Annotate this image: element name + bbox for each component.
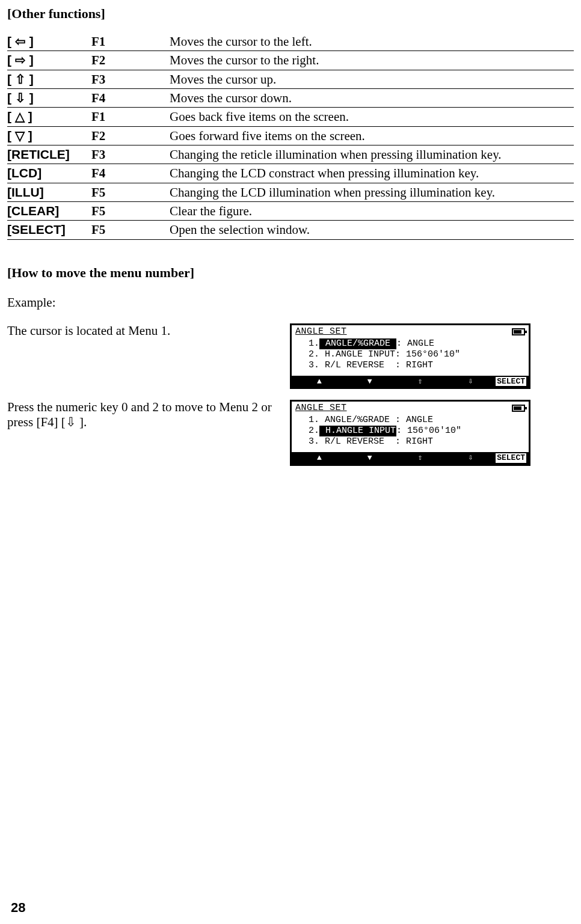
lcd-row-value: : ANGLE: [395, 415, 433, 426]
func-desc: Moves the cursor to the right.: [170, 51, 574, 70]
func-label: [ ⇨ ]: [7, 51, 91, 70]
lcd-row-label: ANGLE/%GRADE: [319, 415, 395, 426]
table-row: [ ⇩ ]F4Moves the cursor down.: [7, 89, 574, 108]
softkey-cursor-down-icon: [445, 377, 496, 387]
func-key: F3: [91, 70, 170, 88]
table-row: [LCD]F4Changing the LCD constract when p…: [7, 164, 574, 183]
lcd-row-label: H.ANGLE INPUT: [319, 349, 395, 360]
lcd-row-num: 1.: [298, 338, 319, 349]
lcd-row-label: H.ANGLE INPUT: [319, 426, 396, 436]
lcd-title: ANGLE SET: [295, 326, 347, 337]
page-number: 28: [11, 900, 25, 916]
table-row: [ ⇧ ]F3Moves the cursor up.: [7, 70, 574, 88]
table-row: [SELECT]F5Open the selection window.: [7, 221, 574, 239]
lcd-row-num: 3.: [298, 360, 319, 371]
func-label: [ △ ]: [7, 108, 91, 126]
func-key: F5: [91, 183, 170, 201]
func-desc: Changing the LCD constract when pressing…: [170, 164, 574, 183]
func-label: [SELECT]: [7, 221, 91, 239]
func-desc: Clear the figure.: [170, 202, 574, 221]
func-desc: Moves the cursor down.: [170, 89, 574, 108]
lcd-screen-2: ANGLE SET 1. ANGLE/%GRADE : ANGLE 2. H.A…: [290, 400, 530, 466]
lcd-screen-1: ANGLE SET 1. ANGLE/%GRADE : ANGLE 2. H.A…: [290, 323, 530, 390]
func-label: [ ⇦ ]: [7, 32, 91, 51]
table-row: [ ⇨ ]F2Moves the cursor to the right.: [7, 51, 574, 70]
func-key: F2: [91, 51, 170, 70]
func-label: [LCD]: [7, 164, 91, 183]
table-row: [ ⇦ ]F1Moves the cursor to the left.: [7, 32, 574, 51]
section-move-menu-heading: [How to move the menu number]: [7, 265, 574, 281]
lcd-row-num: 3.: [298, 436, 319, 447]
func-key: F3: [91, 145, 170, 164]
func-label: [ ▽ ]: [7, 126, 91, 145]
lcd-row-label: ANGLE/%GRADE: [319, 338, 396, 349]
func-label: [ILLU]: [7, 183, 91, 201]
func-key: F4: [91, 164, 170, 183]
func-key: F5: [91, 202, 170, 221]
func-label: [ ⇧ ]: [7, 70, 91, 88]
table-row: [RETICLE]F3Changing the reticle illumina…: [7, 145, 574, 164]
func-desc: Changing the reticle illumination when p…: [170, 145, 574, 164]
battery-icon: [512, 405, 525, 412]
softkey-cursor-up-icon: [395, 377, 446, 387]
lcd-row-value: : RIGHT: [395, 360, 433, 371]
func-desc: Open the selection window.: [170, 221, 574, 239]
lcd-menu-row: 2. H.ANGLE INPUT: 156°06'10": [298, 349, 523, 360]
lcd-menu-row: 1. ANGLE/%GRADE : ANGLE: [298, 338, 523, 349]
lcd-row-value: : ANGLE: [396, 338, 434, 349]
table-row: [ ▽ ]F2Goes forward five items on the sc…: [7, 126, 574, 145]
lcd-menu-row: 3. R/L REVERSE : RIGHT: [298, 360, 523, 371]
softkey-page-up-icon: [294, 453, 345, 463]
table-row: [CLEAR]F5Clear the figure.: [7, 202, 574, 221]
func-label: [ ⇩ ]: [7, 89, 91, 108]
lcd-softkey-bar: SELECT: [292, 452, 529, 464]
func-key: F2: [91, 126, 170, 145]
func-desc: Goes back five items on the screen.: [170, 108, 574, 126]
section-other-functions-heading: [Other functions]: [7, 6, 574, 22]
lcd-menu-row: 2. H.ANGLE INPUT: 156°06'10": [298, 426, 523, 436]
lcd-softkey-bar: SELECT: [292, 376, 529, 388]
func-label: [CLEAR]: [7, 202, 91, 221]
func-desc: Moves the cursor up.: [170, 70, 574, 88]
step-1-text: The cursor is located at Menu 1.: [7, 323, 290, 338]
functions-table: [ ⇦ ]F1Moves the cursor to the left.[ ⇨ …: [7, 32, 574, 240]
lcd-row-value: : 156°06'10": [395, 349, 460, 360]
example-label: Example:: [7, 295, 574, 310]
step-2-row: Press the numeric key 0 and 2 to move to…: [7, 400, 574, 466]
step-1-row: The cursor is located at Menu 1. ANGLE S…: [7, 323, 574, 390]
lcd-title: ANGLE SET: [295, 403, 347, 414]
softkey-select: SELECT: [496, 377, 526, 387]
lcd-row-label: R/L REVERSE: [319, 436, 395, 447]
lcd-row-num: 2.: [298, 426, 319, 436]
func-label: [RETICLE]: [7, 145, 91, 164]
softkey-page-down-icon: [345, 453, 395, 463]
func-key: F1: [91, 108, 170, 126]
func-key: F5: [91, 221, 170, 239]
lcd-menu-row: 1. ANGLE/%GRADE : ANGLE: [298, 415, 523, 426]
battery-icon: [512, 328, 525, 335]
softkey-page-up-icon: [294, 377, 345, 387]
table-row: [ △ ]F1Goes back five items on the scree…: [7, 108, 574, 126]
softkey-cursor-up-icon: [395, 453, 446, 463]
func-desc: Moves the cursor to the left.: [170, 32, 574, 51]
softkey-select: SELECT: [496, 453, 526, 463]
func-desc: Changing the LCD illumination when press…: [170, 183, 574, 201]
softkey-page-down-icon: [345, 377, 395, 387]
func-key: F4: [91, 89, 170, 108]
lcd-row-value: : RIGHT: [395, 436, 433, 447]
lcd-row-value: : 156°06'10": [396, 426, 461, 436]
lcd-row-label: R/L REVERSE: [319, 360, 395, 371]
lcd-row-num: 2.: [298, 349, 319, 360]
softkey-cursor-down-icon: [445, 453, 496, 463]
lcd-menu-row: 3. R/L REVERSE : RIGHT: [298, 436, 523, 447]
func-key: F1: [91, 32, 170, 51]
step-2-text: Press the numeric key 0 and 2 to move to…: [7, 400, 290, 430]
lcd-row-num: 1.: [298, 415, 319, 426]
func-desc: Goes forward five items on the screen.: [170, 126, 574, 145]
table-row: [ILLU]F5Changing the LCD illumination wh…: [7, 183, 574, 201]
